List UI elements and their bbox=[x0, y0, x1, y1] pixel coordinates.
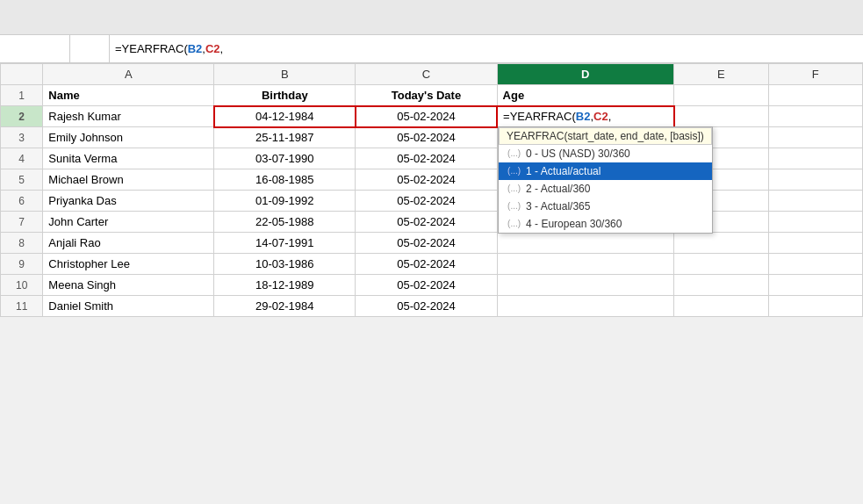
item-icon-3: (...) bbox=[507, 201, 521, 211]
cell-e1[interactable] bbox=[674, 85, 768, 106]
col-header-e[interactable]: E bbox=[674, 64, 768, 85]
cell-c7[interactable]: 05-02-2024 bbox=[356, 212, 497, 233]
cell-f1[interactable] bbox=[768, 85, 862, 106]
cell-b7[interactable]: 22-05-1988 bbox=[214, 212, 356, 233]
cell-d10[interactable] bbox=[497, 275, 674, 296]
table-row: 8 Anjali Rao 14-07-1991 05-02-2024 bbox=[1, 233, 863, 254]
cell-b1[interactable]: Birthday bbox=[214, 85, 356, 106]
save-icon[interactable] bbox=[9, 8, 28, 27]
autocomplete-label-0: 0 - US (NASD) 30/360 bbox=[526, 148, 630, 160]
cell-c1[interactable]: Today's Date bbox=[356, 85, 497, 106]
autocomplete-item-0[interactable]: (...) 0 - US (NASD) 30/360 bbox=[499, 145, 712, 162]
cell-f10[interactable] bbox=[768, 275, 862, 296]
row-num-9: 9 bbox=[1, 254, 43, 275]
cell-b9[interactable]: 10-03-1986 bbox=[214, 254, 356, 275]
cell-f8[interactable] bbox=[768, 233, 862, 254]
cell-a1[interactable]: Name bbox=[43, 85, 214, 106]
cell-e11[interactable] bbox=[674, 296, 768, 317]
cell-a10[interactable]: Meena Singh bbox=[43, 275, 214, 296]
table-row: 11 Daniel Smith 29-02-1984 05-02-2024 bbox=[1, 296, 863, 317]
cell-c4[interactable]: 05-02-2024 bbox=[356, 148, 497, 169]
cell-d2[interactable]: =YEARFRAC(B2,C2, YEARFRAC(start_date, en… bbox=[497, 106, 674, 127]
row-num-10: 10 bbox=[1, 275, 43, 296]
col-header-b[interactable]: B bbox=[214, 64, 356, 85]
cell-b10[interactable]: 18-12-1989 bbox=[214, 275, 356, 296]
cell-c5[interactable]: 05-02-2024 bbox=[356, 169, 497, 191]
cell-c3[interactable]: 05-02-2024 bbox=[356, 127, 497, 148]
cell-e8[interactable] bbox=[674, 233, 768, 254]
autocomplete-label-1: 1 - Actual/actual bbox=[526, 165, 601, 177]
cell-c9[interactable]: 05-02-2024 bbox=[356, 254, 497, 275]
cell-a3[interactable]: Emily Johnson bbox=[43, 127, 214, 148]
column-header-row: A B C D E F bbox=[1, 64, 863, 85]
cell-c8[interactable]: 05-02-2024 bbox=[356, 233, 497, 254]
table-row: 4 Sunita Verma 03-07-1990 05-02-2024 bbox=[1, 148, 863, 169]
cell-b4[interactable]: 03-07-1990 bbox=[214, 148, 356, 169]
cell-a8[interactable]: Anjali Rao bbox=[43, 233, 214, 254]
cell-a5[interactable]: Michael Brown bbox=[43, 169, 214, 191]
col-header-a[interactable]: A bbox=[43, 64, 214, 85]
cell-a2[interactable]: Rajesh Kumar bbox=[43, 106, 214, 127]
autocomplete-tooltip: YEARFRAC(start_date, end_date, [basis]) bbox=[499, 127, 712, 145]
cell-a7[interactable]: John Carter bbox=[43, 212, 214, 233]
cell-f4[interactable] bbox=[768, 148, 862, 169]
cell-d9[interactable] bbox=[497, 254, 674, 275]
cell-f5[interactable] bbox=[768, 169, 862, 191]
cell-d11[interactable] bbox=[497, 296, 674, 317]
cell-c2[interactable]: 05-02-2024 bbox=[356, 106, 497, 127]
row-num-5: 5 bbox=[1, 169, 43, 191]
row-num-4: 4 bbox=[1, 148, 43, 169]
cell-d1[interactable]: Age bbox=[497, 85, 674, 106]
cell-f9[interactable] bbox=[768, 254, 862, 275]
redo-icon[interactable] bbox=[88, 8, 107, 27]
cell-b5[interactable]: 16-08-1985 bbox=[214, 169, 356, 191]
cell-b2[interactable]: 04-12-1984 bbox=[214, 106, 356, 127]
item-icon-1: (...) bbox=[507, 166, 521, 176]
cell-a11[interactable]: Daniel Smith bbox=[43, 296, 214, 317]
cell-a4[interactable]: Sunita Verma bbox=[43, 148, 214, 169]
cell-b3[interactable]: 25-11-1987 bbox=[214, 127, 356, 148]
cell-e2[interactable] bbox=[674, 106, 768, 127]
cell-f7[interactable] bbox=[768, 212, 862, 233]
cell-b11[interactable]: 29-02-1984 bbox=[214, 296, 356, 317]
autocomplete-item-1[interactable]: (...) 1 - Actual/actual bbox=[499, 162, 712, 180]
cell-b6[interactable]: 01-09-1992 bbox=[214, 191, 356, 212]
cell-e10[interactable] bbox=[674, 275, 768, 296]
formula-bar: =YEARFRAC(B2,C2, bbox=[0, 35, 863, 63]
spreadsheet: A B C D E F 1 Name Birthday Today's Date… bbox=[0, 63, 863, 317]
cell-f3[interactable] bbox=[768, 127, 862, 148]
col-header-f[interactable]: F bbox=[768, 64, 862, 85]
item-icon-2: (...) bbox=[507, 184, 521, 193]
autocomplete-item-4[interactable]: (...) 4 - European 30/360 bbox=[499, 215, 712, 233]
grid-table: A B C D E F 1 Name Birthday Today's Date… bbox=[0, 63, 863, 317]
autocomplete-label-3: 3 - Actual/365 bbox=[526, 200, 590, 212]
row-num-2: 2 bbox=[1, 106, 43, 127]
cell-e9[interactable] bbox=[674, 254, 768, 275]
cell-a6[interactable]: Priyanka Das bbox=[43, 191, 214, 212]
formula-input[interactable]: =YEARFRAC(B2,C2, bbox=[110, 35, 863, 62]
undo-dropdown-icon[interactable] bbox=[61, 8, 81, 27]
cell-f11[interactable] bbox=[768, 296, 862, 317]
cell-f6[interactable] bbox=[768, 191, 862, 212]
col-header-d[interactable]: D bbox=[497, 64, 674, 85]
table-row: 3 Emily Johnson 25-11-1987 05-02-2024 bbox=[1, 127, 863, 148]
row-num-6: 6 bbox=[1, 191, 43, 212]
cell-a9[interactable]: Christopher Lee bbox=[43, 254, 214, 275]
cell-reference-box[interactable] bbox=[0, 35, 70, 62]
autocomplete-item-2[interactable]: (...) 2 - Actual/360 bbox=[499, 180, 712, 198]
table-row: 5 Michael Brown 16-08-1985 05-02-2024 bbox=[1, 169, 863, 191]
col-header-c[interactable]: C bbox=[356, 64, 497, 85]
cell-c6[interactable]: 05-02-2024 bbox=[356, 191, 497, 212]
cell-f2[interactable] bbox=[768, 106, 862, 127]
cell-b8[interactable]: 14-07-1991 bbox=[214, 233, 356, 254]
row-num-7: 7 bbox=[1, 212, 43, 233]
table-row: 10 Meena Singh 18-12-1989 05-02-2024 bbox=[1, 275, 863, 296]
table-row: 7 John Carter 22-05-1988 05-02-2024 bbox=[1, 212, 863, 233]
row-num-1: 1 bbox=[1, 85, 43, 106]
cell-c11[interactable]: 05-02-2024 bbox=[356, 296, 497, 317]
row-num-8: 8 bbox=[1, 233, 43, 254]
cell-c10[interactable]: 05-02-2024 bbox=[356, 275, 497, 296]
autocomplete-item-3[interactable]: (...) 3 - Actual/365 bbox=[499, 198, 712, 215]
undo-icon[interactable] bbox=[35, 8, 54, 27]
cell-d8[interactable] bbox=[497, 233, 674, 254]
